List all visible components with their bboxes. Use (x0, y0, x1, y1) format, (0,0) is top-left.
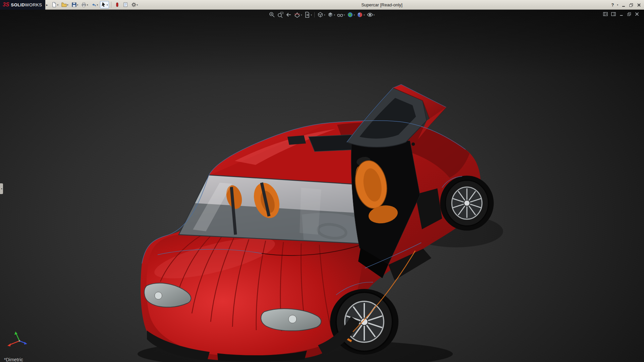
chevron-down-icon[interactable]: ▾ (137, 4, 138, 6)
orientation-triad (6, 331, 32, 350)
select-tool-button[interactable]: ▾ (100, 1, 109, 8)
previous-view-icon (285, 11, 292, 18)
y-axis-arrow (14, 331, 19, 341)
section-view-icon (294, 11, 301, 18)
minimize-document-button[interactable] (619, 12, 624, 16)
chevron-down-icon[interactable]: ▾ (334, 14, 335, 16)
save-icon (71, 2, 77, 7)
options-button[interactable]: ▾ (130, 1, 139, 8)
chevron-right-icon: ▸ (46, 3, 48, 7)
save-button[interactable]: ▾ (70, 1, 79, 8)
chevron-down-icon[interactable]: ▾ (301, 14, 302, 16)
new-document-button[interactable]: ▾ (50, 1, 59, 8)
edit-appearance-ball-icon (357, 11, 363, 18)
chevron-down-icon[interactable]: ▾ (344, 14, 345, 16)
windshield[interactable] (179, 175, 365, 244)
zoom-to-fit-icon (269, 11, 275, 18)
graphics-viewport[interactable]: ▾ ▾ ▾ ▾ ▾ ▾ ▾ ▾ (0, 10, 644, 362)
section-view-button[interactable]: ▾ (293, 11, 303, 18)
3d-model-scene[interactable] (0, 10, 644, 362)
open-document-button[interactable]: ▾ (60, 1, 69, 8)
expand-feature-pane-button[interactable] (603, 12, 608, 16)
print-icon (81, 2, 87, 7)
rear-wheel[interactable] (440, 176, 494, 231)
main-toolbar: ▾ ▾ ▾ ▾ ▾ ▾ ▾ (50, 1, 139, 8)
close-button[interactable] (637, 3, 641, 7)
minimize-button[interactable] (621, 3, 626, 7)
close-document-button[interactable] (635, 12, 639, 16)
toolbar-separator (111, 2, 111, 8)
view-orientation-label: *Dimetric (4, 357, 23, 362)
expand-display-pane-button[interactable] (611, 12, 616, 16)
z-axis-arrow (19, 341, 27, 345)
undo-icon (91, 2, 97, 7)
x-axis-arrow (7, 341, 19, 347)
hide-show-items-button[interactable]: ▾ (336, 11, 345, 18)
appearance-button[interactable] (113, 1, 121, 8)
toolbar-separator (314, 12, 315, 17)
titlebar: 3S SOLIDWORKS ▸ ▾ ▾ ▾ ▾ ▾ ▾ (0, 0, 644, 10)
view-settings-button[interactable]: ▾ (366, 11, 375, 18)
chevron-down-icon[interactable]: ▾ (324, 14, 325, 16)
zoom-to-fit-button[interactable] (268, 11, 276, 18)
chevron-down-icon[interactable]: ▾ (617, 4, 618, 6)
chevron-down-icon[interactable]: ▾ (77, 4, 78, 6)
options-gear-icon (131, 2, 137, 7)
print-button[interactable]: ▾ (80, 1, 89, 8)
edit-appearance-button[interactable]: ▾ (356, 11, 365, 18)
chevron-down-icon[interactable]: ▾ (57, 4, 58, 6)
apply-scene-button[interactable]: ▾ (346, 11, 356, 18)
chevron-down-icon[interactable]: ▾ (364, 14, 365, 16)
heads-up-view-toolbar: ▾ ▾ ▾ ▾ ▾ ▾ ▾ ▾ (268, 11, 375, 18)
appearance-icon (114, 2, 120, 7)
chevron-down-icon[interactable]: ▾ (67, 4, 68, 6)
undo-button[interactable]: ▾ (90, 1, 99, 8)
chevron-down-icon[interactable]: ▾ (87, 4, 88, 6)
hide-show-glasses-icon (337, 11, 343, 18)
previous-view-button[interactable] (285, 11, 292, 18)
chevron-down-icon[interactable]: ▾ (107, 4, 108, 6)
chevron-down-icon[interactable]: ▾ (97, 4, 98, 6)
panel-collapse-tab[interactable]: ◂ (0, 183, 3, 194)
open-document-icon (61, 2, 67, 7)
select-cursor-icon (101, 2, 106, 7)
new-document-icon (51, 2, 57, 7)
annotation-views-button[interactable]: ▾ (304, 11, 313, 18)
zoom-to-area-button[interactable] (277, 11, 284, 18)
annotation-views-icon (304, 11, 311, 18)
solidworks-logo: 3S SOLIDWORKS (0, 0, 45, 10)
brand-mark: 3S (3, 2, 9, 8)
display-style-button[interactable]: ▾ (327, 11, 336, 18)
sheet-properties-icon (123, 2, 128, 7)
display-style-icon (327, 11, 334, 18)
view-orientation-button[interactable]: ▾ (317, 11, 326, 18)
view-settings-eye-icon (367, 11, 373, 18)
restore-button[interactable] (629, 3, 634, 7)
supercar-model[interactable] (141, 84, 494, 362)
document-window-controls (603, 12, 639, 16)
chevron-down-icon[interactable]: ▾ (374, 14, 375, 16)
zoom-to-area-icon (277, 11, 284, 18)
brand-text: SOLIDWORKS (11, 2, 42, 7)
apply-scene-globe-icon (347, 11, 354, 18)
sheet-properties-button[interactable] (122, 1, 129, 8)
window-controls: ? ▾ (611, 0, 641, 10)
chevron-down-icon[interactable]: ▾ (311, 14, 312, 16)
help-button[interactable]: ? (611, 2, 614, 7)
restore-document-button[interactable] (627, 12, 632, 16)
view-orientation-cube-icon (317, 11, 324, 18)
chevron-down-icon[interactable]: ▾ (354, 14, 355, 16)
window-title: Supercar [Read-only] (361, 2, 402, 7)
